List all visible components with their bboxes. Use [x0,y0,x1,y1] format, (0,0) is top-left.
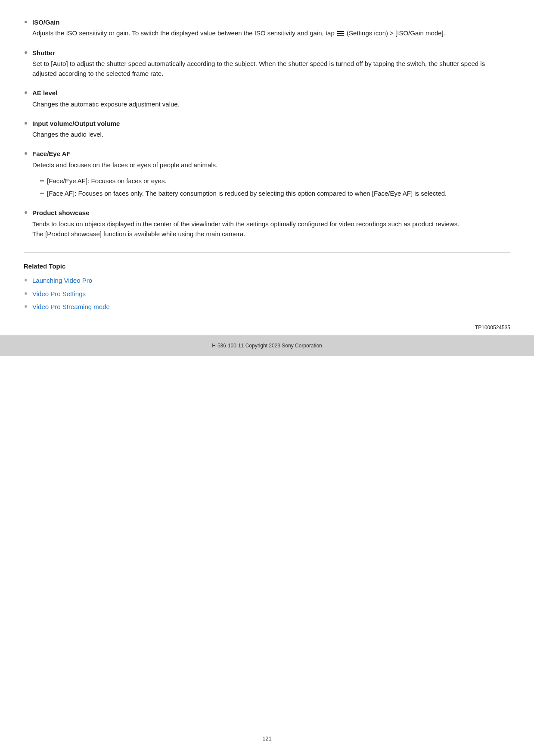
sub-item: [Face AF]: Focuses on faces only. The ba… [40,188,510,198]
divider [24,251,510,251]
feature-item-iso-gain: ISO/Gain Adjusts the ISO sensitivity or … [24,17,510,38]
list-item: Video Pro Streaming mode [24,302,510,312]
sub-item: [Face/Eye AF]: Focuses on faces or eyes. [40,176,510,186]
feature-desc: Set to [Auto] to adjust the shutter spee… [32,59,510,79]
feature-title: ISO/Gain [32,17,510,27]
document-number: TP1000524535 [24,324,510,332]
feature-item-shutter: Shutter Set to [Auto] to adjust the shut… [24,48,510,79]
related-links: Launching Video Pro Video Pro Settings V… [24,275,510,312]
feature-title: Product showcase [32,208,510,218]
feature-title: Shutter [32,48,510,58]
feature-desc: Changes the automatic exposure adjustmen… [32,99,510,109]
desc-text-after: (Settings icon) > [ISO/Gain mode]. [345,29,445,37]
menu-icon [337,31,344,36]
feature-item-volume: Input volume/Output volume Changes the a… [24,119,510,140]
feature-list: ISO/Gain Adjusts the ISO sensitivity or … [24,17,510,239]
list-item: Launching Video Pro [24,275,510,285]
divider [24,252,510,253]
related-topic-heading: Related Topic [24,261,510,271]
feature-title: Input volume/Output volume [32,119,510,128]
link-video-pro-settings[interactable]: Video Pro Settings [32,290,86,297]
feature-title: AE level [32,88,510,98]
feature-item-face-eye-af: Face/Eye AF Detects and focuses on the f… [24,149,510,198]
feature-item-product-showcase: Product showcase Tends to focus on objec… [24,208,510,239]
feature-desc: Adjusts the ISO sensitivity or gain. To … [32,28,510,38]
desc-text-before: Adjusts the ISO sensitivity or gain. To … [32,29,336,37]
page-number: 121 [0,734,534,743]
feature-item-ae-level: AE level Changes the automatic exposure … [24,88,510,109]
link-launching-video-pro[interactable]: Launching Video Pro [32,277,92,284]
copyright-footer: H-536-100-11 Copyright 2023 Sony Corpora… [0,335,534,356]
list-item: Video Pro Settings [24,289,510,299]
feature-desc: Changes the audio level. [32,129,510,139]
feature-desc: Tends to focus on objects displayed in t… [32,219,510,239]
feature-desc: Detects and focuses on the faces or eyes… [32,160,510,170]
sub-list: [Face/Eye AF]: Focuses on faces or eyes.… [32,176,510,199]
feature-title: Face/Eye AF [32,149,510,159]
link-video-pro-streaming[interactable]: Video Pro Streaming mode [32,303,110,310]
